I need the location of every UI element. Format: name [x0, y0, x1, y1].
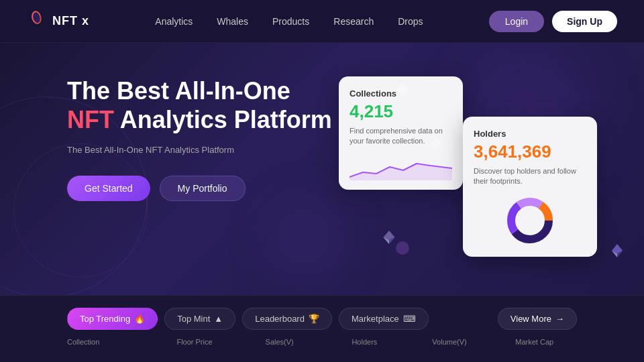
nav-links: Analytics Whales Products Research Drops — [155, 16, 423, 27]
th-sales: Sales(V) — [237, 338, 322, 346]
holders-card-title: Holders — [474, 129, 586, 139]
my-portfolio-button[interactable]: My Portfolio — [160, 176, 246, 201]
holders-card-desc: Discover top holders and follow their fo… — [474, 166, 586, 187]
eth-gem-3 — [382, 231, 396, 244]
tabs-row: Top Trending 🔥 Top Mint ▲ Leaderboard 🏆 … — [0, 296, 644, 330]
eth-gem-4 — [610, 244, 624, 257]
logo[interactable]: NFT x — [27, 11, 89, 32]
top-mint-icon: ▲ — [214, 314, 223, 324]
collections-card-title: Collections — [350, 88, 452, 99]
th-floor-price: Floor Price — [152, 338, 237, 346]
th-holders: Holders — [322, 338, 407, 346]
leaderboard-label: Leaderboard — [255, 314, 305, 324]
table-header-row: Collection Floor Price Sales(V) Holders … — [0, 338, 644, 346]
hero-title-line1: The Best All-In-One — [67, 76, 332, 105]
top-trending-icon: 🔥 — [134, 314, 145, 324]
tab-leaderboard[interactable]: Leaderboard 🏆 — [242, 308, 332, 330]
top-mint-label: Top Mint — [177, 314, 210, 324]
tab-top-mint[interactable]: Top Mint ▲ — [164, 308, 235, 330]
holders-card-value: 3,641,369 — [474, 141, 586, 162]
holders-card: Holders 3,641,369 Discover top holders a… — [463, 117, 597, 257]
bottom-tabs-section: Top Trending 🔥 Top Mint ▲ Leaderboard 🏆 … — [0, 295, 644, 362]
leaderboard-icon: 🏆 — [309, 314, 319, 324]
collections-card: Collections 4,215 Find comprehensive dat… — [339, 76, 463, 190]
bg-blob-2 — [268, 201, 349, 282]
hero-subtitle: The Best All-In-One NFT Analytics Platfo… — [67, 143, 332, 157]
nav-research[interactable]: Research — [333, 16, 374, 27]
brand-name: NFT x — [52, 14, 89, 28]
nav-actions: Login Sign Up — [489, 11, 617, 32]
arrow-right-icon: → — [555, 314, 564, 324]
tab-marketplace[interactable]: Marketplace ⌨ — [339, 308, 429, 330]
th-market-cap: Market Cap — [492, 338, 577, 346]
hero-title-line2: NFT Analytics Platform — [67, 105, 332, 134]
purple-dot-1 — [396, 241, 409, 255]
get-started-button[interactable]: Get Started — [67, 176, 150, 201]
view-more-label: View More — [511, 314, 551, 324]
hero-content: The Best All-In-One NFT Analytics Platfo… — [67, 76, 332, 201]
holders-donut-chart — [474, 194, 586, 247]
hero-section: The Best All-In-One NFT Analytics Platfo… — [0, 43, 644, 308]
nav-drops[interactable]: Drops — [398, 16, 423, 27]
view-more-button[interactable]: View More → — [498, 308, 577, 330]
top-trending-label: Top Trending — [80, 314, 130, 324]
nav-analytics[interactable]: Analytics — [155, 16, 193, 27]
th-volume: Volume(V) — [407, 338, 492, 346]
hero-title-suffix: Analytics Platform — [114, 106, 332, 133]
navbar: NFT x Analytics Whales Products Research… — [0, 0, 644, 43]
login-button[interactable]: Login — [489, 11, 544, 32]
marketplace-icon: ⌨ — [403, 314, 416, 324]
hero-nft-word: NFT — [67, 106, 114, 133]
logo-icon — [27, 11, 48, 32]
collections-card-desc: Find comprehensive data on your favorite… — [350, 126, 452, 147]
collections-mini-chart — [350, 154, 452, 180]
hero-buttons: Get Started My Portfolio — [67, 176, 332, 201]
nav-whales[interactable]: Whales — [217, 16, 248, 27]
tab-top-trending[interactable]: Top Trending 🔥 — [67, 308, 158, 330]
collections-card-value: 4,215 — [350, 101, 452, 122]
signup-button[interactable]: Sign Up — [552, 11, 617, 32]
th-collection: Collection — [67, 338, 152, 346]
marketplace-label: Marketplace — [352, 314, 399, 324]
nav-products[interactable]: Products — [272, 16, 309, 27]
